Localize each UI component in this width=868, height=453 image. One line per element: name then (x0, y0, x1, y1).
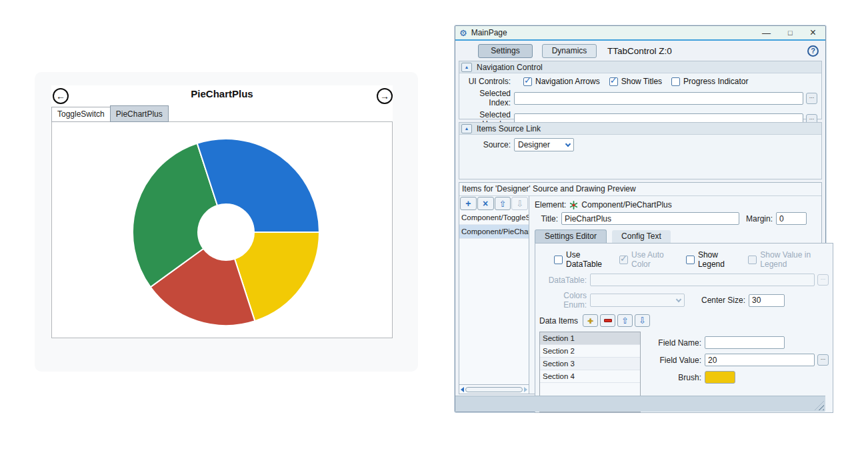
context-label: TTabControl Z:0 (607, 46, 798, 56)
brush-row: Brush: (658, 371, 829, 384)
previous-tab-button[interactable]: ← (53, 88, 69, 104)
datatable-browse-button: ... (817, 274, 829, 286)
navigation-control-header: ▲ Navigation Control (459, 61, 821, 73)
tab-settings-editor[interactable]: Settings Editor (535, 230, 607, 243)
preview-header: ← PieChartPlus → (51, 85, 393, 105)
maximize-icon[interactable]: □ (788, 29, 793, 37)
scroll-left-icon[interactable] (461, 387, 464, 392)
checkbox-box[interactable] (554, 256, 563, 264)
arrow-right-icon: → (380, 91, 389, 101)
checkbox-show-legend[interactable]: Show Legend (686, 250, 739, 269)
list-item-section4[interactable]: Section 4 (540, 370, 640, 383)
chart-area (51, 121, 393, 338)
margin-input[interactable] (776, 212, 807, 225)
pie-slice-4 (197, 139, 319, 232)
next-tab-button[interactable]: → (377, 88, 393, 104)
component-list-toolbar: + × ⇧ ⇩ (459, 196, 529, 211)
source-value: Designer (518, 140, 550, 149)
checkbox-box[interactable] (686, 256, 695, 264)
close-icon[interactable]: × (810, 27, 816, 38)
data-items-row: Data Items + ⇧ ⇩ (539, 314, 829, 327)
editor-checkbox-row: Use DataTable Use Auto Color Show Legend (539, 250, 829, 269)
add-item-button[interactable]: + (460, 197, 477, 210)
brush-color-swatch[interactable] (705, 371, 735, 384)
group-title: Navigation Control (477, 63, 543, 72)
add-section-button[interactable]: + (583, 314, 598, 327)
checkbox-progress-indicator[interactable]: Progress Indicator (671, 77, 748, 86)
field-value-row: Field Value: ... (658, 354, 829, 366)
section-up-button[interactable]: ⇧ (617, 314, 633, 327)
field-name-row: Field Name: (658, 336, 829, 349)
preview-title: PieChartPlus (78, 88, 366, 99)
element-editor-pane: Element: Component/PieChartPlus (529, 196, 839, 394)
page: ← PieChartPlus → ToggleSwitch PieChartPl… (0, 0, 868, 453)
remove-section-button[interactable] (600, 314, 615, 327)
ui-controls-row: UI Controls: Navigation Arrows Show Titl… (463, 77, 817, 86)
list-item-section3[interactable]: Section 3 (540, 358, 640, 370)
list-item-section1[interactable]: Section 1 (540, 332, 640, 345)
tab-toggleswitch[interactable]: ToggleSwitch (51, 107, 111, 122)
checkbox-box[interactable] (748, 256, 757, 264)
mainpage-window: ⚙ MainPage — □ × Settings Dynamics TTabC… (455, 25, 826, 412)
section-down-button[interactable]: ⇩ (635, 314, 650, 327)
selected-index-label: Selected Index: (463, 89, 514, 107)
checkbox-box[interactable] (671, 77, 680, 86)
checkbox-use-auto-color[interactable]: Use Auto Color (619, 250, 677, 269)
titlebar[interactable]: ⚙ MainPage — □ × (455, 26, 825, 41)
main-toolbar: Settings Dynamics TTabControl Z:0 ? (455, 41, 825, 61)
list-item-section2[interactable]: Section 2 (540, 345, 640, 358)
source-dropdown[interactable]: Designer (514, 138, 574, 151)
scrollbar-thumb[interactable] (465, 387, 523, 392)
tab-piechartplus[interactable]: PieChartPlus (110, 105, 169, 122)
checkbox-navigation-arrows[interactable]: Navigation Arrows (523, 77, 600, 86)
list-item-toggleswitch[interactable]: Component/ToggleS (459, 211, 529, 225)
component-list-pane: + × ⇧ ⇩ Component/ToggleS Component/PieC… (459, 196, 529, 394)
horizontal-scrollbar[interactable] (459, 384, 529, 394)
title-label: Title: (535, 214, 561, 223)
editor-tab-bar: Settings Editor Config Text (535, 230, 833, 243)
field-value-input[interactable] (705, 354, 815, 366)
help-icon[interactable]: ? (807, 45, 819, 57)
title-row: Title: Margin: (535, 212, 833, 225)
minimize-icon[interactable]: — (762, 29, 771, 37)
field-value-label: Field Value: (658, 356, 705, 365)
checkbox-use-datatable[interactable]: Use DataTable (554, 250, 611, 269)
colors-enum-label: Colors Enum: (539, 291, 590, 310)
checkbox-box[interactable] (609, 77, 618, 86)
window-title: MainPage (471, 28, 762, 37)
items-source-link-header: ▲ Items Source Link (459, 123, 821, 135)
field-name-input[interactable] (705, 336, 785, 349)
field-name-label: Field Name: (658, 338, 705, 348)
delete-item-button[interactable]: × (477, 197, 494, 210)
selected-index-row: Selected Index: ... (463, 89, 817, 107)
checkbox-box[interactable] (619, 256, 628, 264)
field-value-browse-button[interactable]: ... (817, 354, 829, 366)
checkbox-box[interactable] (523, 77, 532, 86)
settings-button[interactable]: Settings (478, 44, 533, 58)
scroll-right-icon[interactable] (524, 387, 527, 392)
tab-config-text[interactable]: Config Text (612, 230, 671, 243)
preview-content: ← PieChartPlus → ToggleSwitch PieChartPl… (51, 85, 393, 338)
checkbox-show-value-in-legend[interactable]: Show Value in Legend (748, 250, 829, 269)
list-item-piechartplus[interactable]: Component/PieChar (459, 225, 529, 239)
collapse-icon[interactable]: ▲ (461, 124, 472, 133)
gear-icon: ⚙ (459, 29, 467, 37)
status-bar (455, 396, 825, 412)
selected-index-browse-button[interactable]: ... (806, 93, 817, 104)
arrow-up-icon: ⇧ (621, 316, 629, 325)
items-panel-title: Items for 'Designer' Source and Drawing … (459, 183, 821, 195)
move-up-button[interactable]: ⇧ (495, 197, 511, 210)
selected-index-input[interactable] (514, 92, 803, 105)
resize-grip-icon[interactable] (815, 401, 824, 410)
collapse-icon[interactable]: ▲ (461, 63, 472, 72)
title-input[interactable] (561, 212, 739, 225)
checkbox-show-titles[interactable]: Show Titles (609, 77, 662, 86)
dynamics-button[interactable]: Dynamics (542, 44, 597, 58)
datatable-input (590, 274, 815, 286)
colors-enum-dropdown (590, 294, 685, 307)
window-controls: — □ × (762, 27, 821, 38)
center-size-input[interactable] (749, 294, 785, 307)
arrow-down-icon: ⇩ (639, 316, 646, 325)
group-title: Items Source Link (477, 124, 541, 133)
move-down-button[interactable]: ⇩ (511, 197, 528, 210)
